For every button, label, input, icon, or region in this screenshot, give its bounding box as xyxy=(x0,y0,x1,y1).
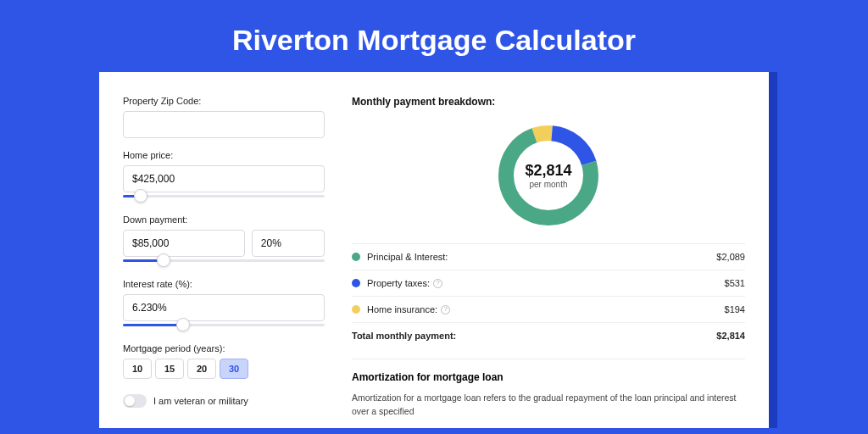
donut-sub: per month xyxy=(529,180,567,189)
total-row: Total monthly payment: $2,814 xyxy=(352,322,745,348)
legend-row: Property taxes:?$531 xyxy=(352,270,745,296)
veteran-label: I am veteran or military xyxy=(153,396,248,406)
total-label: Total monthly payment: xyxy=(352,331,716,341)
legend-label: Property taxes:? xyxy=(367,278,725,288)
period-option-30[interactable]: 30 xyxy=(220,359,248,379)
amortization-title: Amortization for mortgage loan xyxy=(352,371,745,383)
legend-label: Home insurance:? xyxy=(367,304,725,314)
down-payment-slider[interactable] xyxy=(123,255,325,267)
legend-value: $2,089 xyxy=(716,252,745,262)
home-price-input[interactable] xyxy=(123,165,325,192)
calculator-card: Property Zip Code: Home price: Down paym… xyxy=(99,72,769,428)
down-payment-input[interactable] xyxy=(123,230,245,257)
period-option-10[interactable]: 10 xyxy=(123,359,152,379)
period-option-15[interactable]: 15 xyxy=(155,359,184,379)
amortization-text: Amortization for a mortgage loan refers … xyxy=(352,392,745,419)
down-payment-pct-input[interactable] xyxy=(252,230,325,257)
legend-value: $194 xyxy=(725,304,745,314)
home-price-label: Home price: xyxy=(123,150,325,160)
legend-row: Principal & Interest:$2,089 xyxy=(352,243,745,270)
info-icon[interactable]: ? xyxy=(433,279,442,288)
legend-label: Principal & Interest: xyxy=(367,252,716,262)
interest-rate-input[interactable] xyxy=(123,294,325,321)
veteran-toggle[interactable] xyxy=(123,394,147,408)
down-payment-label: Down payment: xyxy=(123,214,325,225)
breakdown-title: Monthly payment breakdown: xyxy=(352,96,745,108)
mortgage-period-group: 10152030 xyxy=(123,359,325,379)
interest-rate-slider[interactable] xyxy=(123,320,325,331)
results-panel: Monthly payment breakdown: $2,814 per mo… xyxy=(352,96,745,428)
zip-label: Property Zip Code: xyxy=(123,96,325,106)
donut-total: $2,814 xyxy=(525,162,571,180)
interest-rate-label: Interest rate (%): xyxy=(123,279,325,289)
legend-list: Principal & Interest:$2,089Property taxe… xyxy=(352,243,745,322)
legend-value: $531 xyxy=(725,278,745,288)
legend-dot-icon xyxy=(352,253,360,261)
legend-dot-icon xyxy=(352,305,360,314)
page-title: Riverton Mortgage Calculator xyxy=(0,0,868,72)
period-option-20[interactable]: 20 xyxy=(187,359,216,379)
home-price-slider[interactable] xyxy=(123,191,325,203)
info-icon[interactable]: ? xyxy=(441,305,450,314)
legend-row: Home insurance:?$194 xyxy=(352,296,745,322)
total-value: $2,814 xyxy=(716,331,745,341)
mortgage-period-label: Mortgage period (years): xyxy=(123,343,325,353)
zip-input[interactable] xyxy=(123,111,325,138)
form-panel: Property Zip Code: Home price: Down paym… xyxy=(123,96,325,428)
legend-dot-icon xyxy=(352,279,360,287)
payment-donut-chart: $2,814 per month xyxy=(496,123,601,228)
